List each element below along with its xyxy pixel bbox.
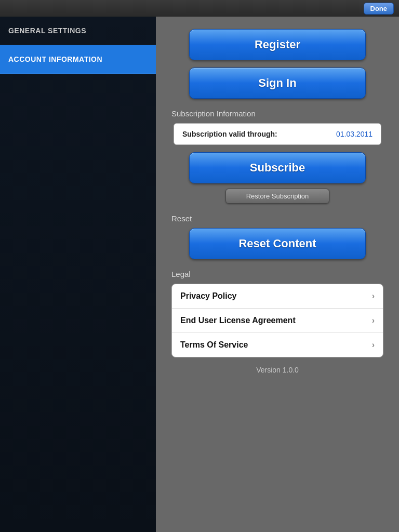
sidebar: GENERAL SETTINGS ACCOUNT INFORMATION	[0, 17, 156, 532]
chevron-right-icon: ›	[372, 291, 375, 301]
subscription-box: Subscription valid through: 01.03.2011	[174, 123, 381, 145]
chevron-right-icon: ›	[372, 340, 375, 350]
sidebar-item-general-settings[interactable]: GENERAL SETTINGS	[0, 17, 156, 45]
main-layout: GENERAL SETTINGS ACCOUNT INFORMATION Reg…	[0, 17, 399, 532]
legal-section-label: Legal	[171, 270, 383, 278]
top-bar: Done	[0, 0, 399, 17]
sidebar-item-account-information[interactable]: ACCOUNT INFORMATION	[0, 45, 156, 74]
legal-section: Legal Privacy Policy › End User License …	[171, 270, 383, 357]
reset-section-label: Reset	[171, 214, 383, 223]
subscription-valid-label: Subscription valid through:	[182, 130, 277, 138]
legal-item-privacy-policy[interactable]: Privacy Policy ›	[172, 284, 383, 309]
reset-section: Reset Reset Content	[171, 214, 383, 259]
sign-in-button[interactable]: Sign In	[189, 68, 366, 99]
chevron-right-icon: ›	[372, 316, 375, 325]
content-area: Register Sign In Subscription Informatio…	[156, 17, 399, 532]
subscribe-button[interactable]: Subscribe	[189, 152, 366, 183]
auth-section: Register Sign In	[171, 29, 383, 99]
subscribe-section: Subscribe Restore Subscription	[171, 152, 383, 204]
done-button[interactable]: Done	[364, 3, 394, 15]
legal-list: Privacy Policy › End User License Agreem…	[171, 284, 383, 357]
register-button[interactable]: Register	[189, 29, 366, 60]
reset-content-button[interactable]: Reset Content	[189, 228, 366, 259]
legal-item-eula[interactable]: End User License Agreement ›	[172, 309, 383, 333]
subscription-section-label: Subscription Information	[171, 109, 383, 118]
version-text: Version 1.0.0	[171, 366, 383, 374]
subscription-section: Subscription Information Subscription va…	[171, 109, 383, 204]
restore-subscription-button[interactable]: Restore Subscription	[225, 189, 329, 204]
subscription-date: 01.03.2011	[336, 130, 373, 138]
legal-item-terms-of-service[interactable]: Terms Of Service ›	[172, 333, 383, 357]
